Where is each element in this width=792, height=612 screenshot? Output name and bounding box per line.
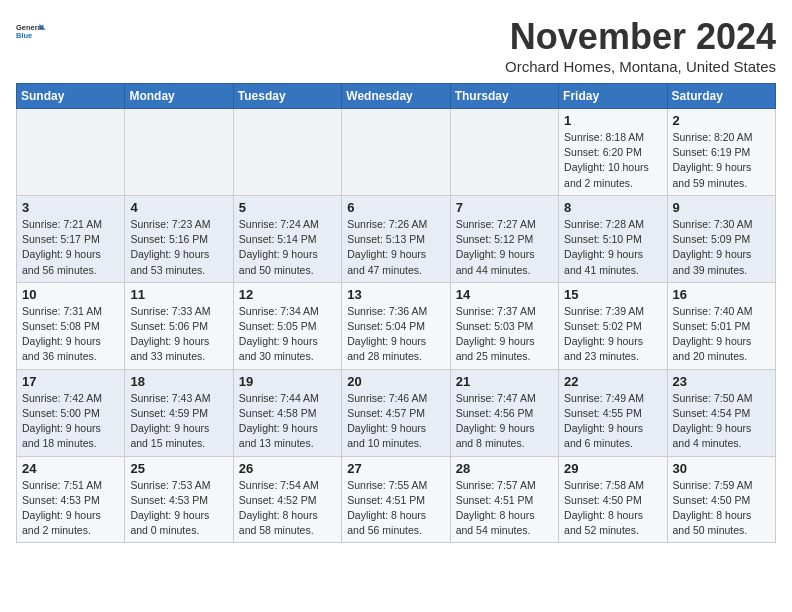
calendar-cell: 29Sunrise: 7:58 AM Sunset: 4:50 PM Dayli… xyxy=(559,456,667,543)
day-number: 27 xyxy=(347,461,444,476)
title-block: November 2024 Orchard Homes, Montana, Un… xyxy=(505,16,776,75)
day-info: Sunrise: 7:55 AM Sunset: 4:51 PM Dayligh… xyxy=(347,478,444,539)
day-number: 12 xyxy=(239,287,336,302)
calendar-cell: 14Sunrise: 7:37 AM Sunset: 5:03 PM Dayli… xyxy=(450,282,558,369)
calendar-cell xyxy=(233,109,341,196)
page-header: GeneralBlue November 2024 Orchard Homes,… xyxy=(16,16,776,75)
day-info: Sunrise: 7:50 AM Sunset: 4:54 PM Dayligh… xyxy=(673,391,770,452)
day-info: Sunrise: 7:40 AM Sunset: 5:01 PM Dayligh… xyxy=(673,304,770,365)
weekday-header: Monday xyxy=(125,84,233,109)
calendar-cell: 1Sunrise: 8:18 AM Sunset: 6:20 PM Daylig… xyxy=(559,109,667,196)
day-info: Sunrise: 7:23 AM Sunset: 5:16 PM Dayligh… xyxy=(130,217,227,278)
calendar-cell xyxy=(17,109,125,196)
day-number: 24 xyxy=(22,461,119,476)
calendar-cell: 13Sunrise: 7:36 AM Sunset: 5:04 PM Dayli… xyxy=(342,282,450,369)
day-number: 17 xyxy=(22,374,119,389)
day-info: Sunrise: 7:34 AM Sunset: 5:05 PM Dayligh… xyxy=(239,304,336,365)
day-number: 23 xyxy=(673,374,770,389)
calendar-week-row: 24Sunrise: 7:51 AM Sunset: 4:53 PM Dayli… xyxy=(17,456,776,543)
calendar-cell: 17Sunrise: 7:42 AM Sunset: 5:00 PM Dayli… xyxy=(17,369,125,456)
calendar-week-row: 10Sunrise: 7:31 AM Sunset: 5:08 PM Dayli… xyxy=(17,282,776,369)
day-number: 16 xyxy=(673,287,770,302)
day-info: Sunrise: 7:24 AM Sunset: 5:14 PM Dayligh… xyxy=(239,217,336,278)
day-info: Sunrise: 7:44 AM Sunset: 4:58 PM Dayligh… xyxy=(239,391,336,452)
day-info: Sunrise: 7:54 AM Sunset: 4:52 PM Dayligh… xyxy=(239,478,336,539)
day-number: 20 xyxy=(347,374,444,389)
day-info: Sunrise: 7:59 AM Sunset: 4:50 PM Dayligh… xyxy=(673,478,770,539)
weekday-header-row: SundayMondayTuesdayWednesdayThursdayFrid… xyxy=(17,84,776,109)
weekday-header: Thursday xyxy=(450,84,558,109)
day-info: Sunrise: 7:27 AM Sunset: 5:12 PM Dayligh… xyxy=(456,217,553,278)
calendar-cell: 11Sunrise: 7:33 AM Sunset: 5:06 PM Dayli… xyxy=(125,282,233,369)
calendar-cell xyxy=(450,109,558,196)
day-number: 28 xyxy=(456,461,553,476)
calendar-cell: 8Sunrise: 7:28 AM Sunset: 5:10 PM Daylig… xyxy=(559,195,667,282)
calendar-cell: 15Sunrise: 7:39 AM Sunset: 5:02 PM Dayli… xyxy=(559,282,667,369)
day-number: 6 xyxy=(347,200,444,215)
month-title: November 2024 xyxy=(505,16,776,58)
day-info: Sunrise: 7:58 AM Sunset: 4:50 PM Dayligh… xyxy=(564,478,661,539)
day-info: Sunrise: 8:20 AM Sunset: 6:19 PM Dayligh… xyxy=(673,130,770,191)
day-number: 26 xyxy=(239,461,336,476)
calendar-cell: 21Sunrise: 7:47 AM Sunset: 4:56 PM Dayli… xyxy=(450,369,558,456)
day-info: Sunrise: 7:36 AM Sunset: 5:04 PM Dayligh… xyxy=(347,304,444,365)
day-info: Sunrise: 7:47 AM Sunset: 4:56 PM Dayligh… xyxy=(456,391,553,452)
calendar-cell: 18Sunrise: 7:43 AM Sunset: 4:59 PM Dayli… xyxy=(125,369,233,456)
calendar-cell xyxy=(342,109,450,196)
calendar-cell xyxy=(125,109,233,196)
day-info: Sunrise: 7:30 AM Sunset: 5:09 PM Dayligh… xyxy=(673,217,770,278)
day-number: 4 xyxy=(130,200,227,215)
calendar-cell: 9Sunrise: 7:30 AM Sunset: 5:09 PM Daylig… xyxy=(667,195,775,282)
day-number: 11 xyxy=(130,287,227,302)
calendar-cell: 26Sunrise: 7:54 AM Sunset: 4:52 PM Dayli… xyxy=(233,456,341,543)
day-number: 18 xyxy=(130,374,227,389)
calendar-cell: 10Sunrise: 7:31 AM Sunset: 5:08 PM Dayli… xyxy=(17,282,125,369)
svg-text:Blue: Blue xyxy=(16,31,32,40)
calendar-cell: 19Sunrise: 7:44 AM Sunset: 4:58 PM Dayli… xyxy=(233,369,341,456)
calendar-cell: 24Sunrise: 7:51 AM Sunset: 4:53 PM Dayli… xyxy=(17,456,125,543)
day-info: Sunrise: 7:46 AM Sunset: 4:57 PM Dayligh… xyxy=(347,391,444,452)
day-info: Sunrise: 7:57 AM Sunset: 4:51 PM Dayligh… xyxy=(456,478,553,539)
calendar-week-row: 17Sunrise: 7:42 AM Sunset: 5:00 PM Dayli… xyxy=(17,369,776,456)
calendar-table: SundayMondayTuesdayWednesdayThursdayFrid… xyxy=(16,83,776,543)
day-number: 8 xyxy=(564,200,661,215)
logo-icon: GeneralBlue xyxy=(16,16,48,48)
day-number: 1 xyxy=(564,113,661,128)
day-number: 3 xyxy=(22,200,119,215)
day-info: Sunrise: 7:26 AM Sunset: 5:13 PM Dayligh… xyxy=(347,217,444,278)
day-info: Sunrise: 8:18 AM Sunset: 6:20 PM Dayligh… xyxy=(564,130,661,191)
weekday-header: Friday xyxy=(559,84,667,109)
day-number: 29 xyxy=(564,461,661,476)
weekday-header: Saturday xyxy=(667,84,775,109)
calendar-cell: 7Sunrise: 7:27 AM Sunset: 5:12 PM Daylig… xyxy=(450,195,558,282)
weekday-header: Sunday xyxy=(17,84,125,109)
location-title: Orchard Homes, Montana, United States xyxy=(505,58,776,75)
day-number: 10 xyxy=(22,287,119,302)
calendar-cell: 3Sunrise: 7:21 AM Sunset: 5:17 PM Daylig… xyxy=(17,195,125,282)
day-number: 9 xyxy=(673,200,770,215)
calendar-cell: 4Sunrise: 7:23 AM Sunset: 5:16 PM Daylig… xyxy=(125,195,233,282)
calendar-cell: 27Sunrise: 7:55 AM Sunset: 4:51 PM Dayli… xyxy=(342,456,450,543)
calendar-week-row: 1Sunrise: 8:18 AM Sunset: 6:20 PM Daylig… xyxy=(17,109,776,196)
logo: GeneralBlue xyxy=(16,16,52,48)
day-info: Sunrise: 7:42 AM Sunset: 5:00 PM Dayligh… xyxy=(22,391,119,452)
day-info: Sunrise: 7:33 AM Sunset: 5:06 PM Dayligh… xyxy=(130,304,227,365)
day-info: Sunrise: 7:43 AM Sunset: 4:59 PM Dayligh… xyxy=(130,391,227,452)
day-info: Sunrise: 7:37 AM Sunset: 5:03 PM Dayligh… xyxy=(456,304,553,365)
day-info: Sunrise: 7:53 AM Sunset: 4:53 PM Dayligh… xyxy=(130,478,227,539)
weekday-header: Wednesday xyxy=(342,84,450,109)
day-info: Sunrise: 7:39 AM Sunset: 5:02 PM Dayligh… xyxy=(564,304,661,365)
calendar-cell: 23Sunrise: 7:50 AM Sunset: 4:54 PM Dayli… xyxy=(667,369,775,456)
day-number: 15 xyxy=(564,287,661,302)
calendar-cell: 25Sunrise: 7:53 AM Sunset: 4:53 PM Dayli… xyxy=(125,456,233,543)
calendar-cell: 20Sunrise: 7:46 AM Sunset: 4:57 PM Dayli… xyxy=(342,369,450,456)
day-number: 30 xyxy=(673,461,770,476)
day-number: 14 xyxy=(456,287,553,302)
calendar-cell: 2Sunrise: 8:20 AM Sunset: 6:19 PM Daylig… xyxy=(667,109,775,196)
weekday-header: Tuesday xyxy=(233,84,341,109)
calendar-cell: 5Sunrise: 7:24 AM Sunset: 5:14 PM Daylig… xyxy=(233,195,341,282)
day-number: 13 xyxy=(347,287,444,302)
calendar-cell: 30Sunrise: 7:59 AM Sunset: 4:50 PM Dayli… xyxy=(667,456,775,543)
calendar-week-row: 3Sunrise: 7:21 AM Sunset: 5:17 PM Daylig… xyxy=(17,195,776,282)
day-info: Sunrise: 7:28 AM Sunset: 5:10 PM Dayligh… xyxy=(564,217,661,278)
